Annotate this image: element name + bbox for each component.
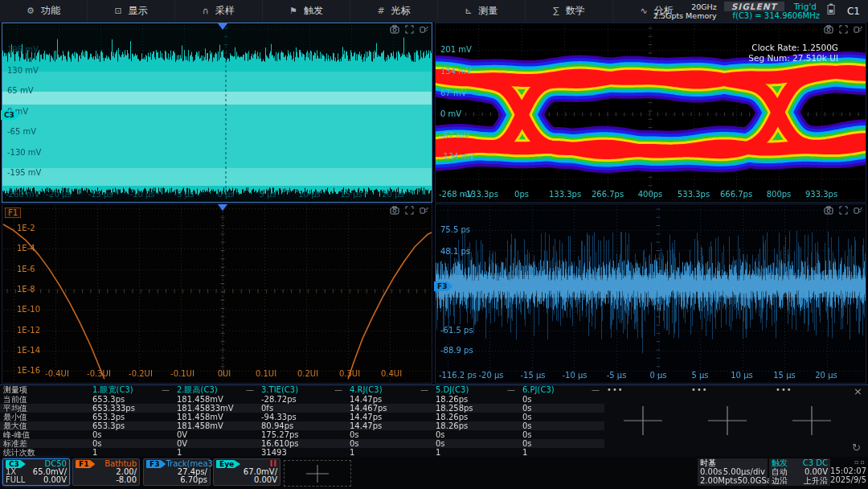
fullscreen-icon[interactable] [405, 25, 414, 34]
fullscreen-icon[interactable] [839, 206, 848, 215]
measure-value: 1 [92, 448, 97, 457]
timebase-label: 时基 [700, 458, 716, 467]
channel-box-c3[interactable]: C3DC501X65.0mV/FULL0.00V [2, 458, 70, 486]
measure-value: 653.3ps [92, 413, 125, 421]
collapse-measure-button[interactable]: — [334, 385, 342, 394]
menu-item-display[interactable]: ⊡显示 [88, 0, 175, 22]
measure-value: 0s [522, 430, 532, 439]
bathtub-curve-panel[interactable]: 1E-21E-41E-61E-81E-101E-121E-141E-16-0.4… [2, 203, 432, 384]
reset-statistics-button[interactable]: ↻ [852, 442, 861, 454]
analysis-icon: ∿ [640, 6, 647, 16]
measure-column-header[interactable]: 4.RJ(C3) [350, 385, 383, 394]
camera-icon[interactable] [824, 206, 833, 215]
menu-item-label: 功能 [41, 4, 60, 18]
measure-value: 0s [436, 430, 445, 439]
network-icon: ▫ [854, 458, 860, 466]
plot-canvas[interactable] [436, 204, 866, 383]
camera-icon[interactable] [390, 206, 399, 215]
timebase-box[interactable]: 时基 0.00s5.00μs/div 2.00Mpts50.0GSa/s [698, 458, 768, 486]
trigger-position-marker[interactable] [218, 23, 227, 30]
channel-badge: F3 [146, 460, 166, 468]
measure-icon: ⊾ [465, 6, 472, 16]
measure-value: 18.258ps [436, 404, 473, 413]
measure-value: 0s [350, 439, 359, 448]
collapse-measure-button[interactable]: — [507, 385, 515, 394]
measure-column-header[interactable]: 5.DJ(C3) [436, 385, 469, 394]
measure-value: 175.27ps [261, 430, 299, 439]
measure-value: 0s [522, 404, 532, 413]
measure-column-header[interactable]: 2.眼高(C3) [177, 385, 218, 394]
measure-value: 0fs [261, 404, 273, 413]
active-channel-indicator[interactable]: C1 [842, 6, 865, 17]
channel-badge: F1 [76, 460, 95, 468]
brand-trigger-block: SIGLENT Trig'd f(C3) = 314.9606MHz [724, 2, 820, 21]
function-f1-badge[interactable]: F1 [5, 208, 21, 218]
menu-item-cursor[interactable]: #光标 [350, 0, 438, 22]
collapse-measure-button[interactable]: — [420, 385, 428, 394]
measure-value: 0s [92, 430, 102, 439]
measure-value: 653.3ps [92, 395, 125, 404]
trigger-mode: 自动 [772, 467, 788, 476]
plot-canvas[interactable] [2, 204, 432, 383]
table-row-label: 标准差 [3, 439, 27, 448]
measure-column-header[interactable]: 6.PJ(C3) [522, 385, 555, 394]
measure-column-header[interactable]: 1.眼宽(C3) [92, 385, 133, 394]
camera-icon[interactable] [390, 25, 399, 34]
measure-value: 18.26ps [436, 421, 468, 430]
trigger-level: 0.00V [805, 467, 828, 476]
menu-item-math[interactable]: ∑数学 [526, 0, 613, 22]
annotation-icon[interactable] [854, 25, 862, 34]
collapse-measure-button[interactable]: — [592, 385, 600, 394]
measure-value: 14.47ps [350, 421, 382, 430]
table-row-label: 统计次数 [3, 448, 35, 457]
add-measure-button[interactable] [705, 403, 750, 440]
table-row-stripe [0, 439, 604, 448]
trigger-position-marker[interactable] [218, 204, 227, 211]
menu-item-acquire[interactable]: ∩采样 [175, 0, 263, 22]
frequency-counter: f(C3) = 314.9606MHz [732, 11, 820, 21]
channel-info-right: -8.00 [116, 476, 137, 484]
measure-value: 0s [522, 439, 532, 448]
menu-item-trigger[interactable]: ⚑触发 [263, 0, 350, 22]
trigger-type: 边沿 [772, 476, 788, 485]
channel-info-right: 0.00V [254, 476, 277, 484]
add-measure-button[interactable] [789, 403, 834, 440]
annotation-icon[interactable] [420, 25, 428, 34]
camera-icon[interactable] [824, 25, 833, 34]
waveform-panel[interactable]: 195 mV130 mV65 mV0 mV-65 mV-130 mV-195 m… [2, 23, 432, 203]
close-table-button[interactable]: × [854, 386, 862, 397]
trigger-box[interactable]: 触发C3 DC 自动0.00V 边沿上升沿 [769, 458, 830, 486]
channel-box-eye[interactable]: EyeII67.0mV/0.00V [213, 458, 280, 486]
clock-time: 15:02:07 [829, 466, 866, 475]
bandwidth-memory: 20GHz 2.5Gpts Memory [653, 2, 717, 20]
plot-canvas[interactable] [2, 23, 432, 202]
trigger-icon: ⚑ [289, 6, 297, 16]
channel-box-f3[interactable]: F3Track(mea3)27.4ps/6.70ps [143, 458, 211, 486]
add-channel-box[interactable] [284, 460, 351, 487]
table-corner-header: 测量项 [3, 385, 27, 394]
annotation-icon[interactable] [420, 206, 428, 215]
table-row-label: 当前值 [3, 395, 27, 404]
measure-value: 0s [522, 395, 532, 404]
measure-column-header[interactable]: 3.TIE(C3) [261, 385, 298, 394]
math-icon: ∑ [553, 6, 559, 16]
add-measure-button[interactable] [620, 403, 665, 440]
menu-item-label: 数学 [566, 4, 585, 18]
status-bar: C3DC501X65.0mV/FULL0.00VF1Bathtub2.00/-8… [0, 457, 868, 489]
menu-item-function[interactable]: ⚙功能 [0, 0, 88, 22]
measure-value: 14.47ps [350, 413, 382, 421]
channel-badge: Eye [216, 460, 240, 468]
collapse-measure-button[interactable]: — [162, 385, 170, 394]
menu-item-measure[interactable]: ⊾测量 [438, 0, 526, 22]
channel-info-left: FULL [6, 476, 25, 484]
jitter-track-panel[interactable]: 75.5 ps48.1 ps-61.5 ps-88.9 ps-116.2 ps-… [435, 203, 866, 384]
panel-toolbar [390, 206, 428, 215]
acquire-icon: ∩ [203, 6, 209, 16]
timebase-delay: 0.00s [700, 467, 722, 476]
fullscreen-icon[interactable] [839, 25, 848, 34]
annotation-icon[interactable] [854, 206, 862, 215]
channel-box-f1[interactable]: F1Bathtub2.00/-8.00 [72, 458, 140, 486]
eye-diagram-panel[interactable]: 201 mV134 mV67 mV0 mV-67 mV-134 mV-268 m… [435, 23, 866, 203]
collapse-measure-button[interactable]: — [246, 385, 254, 394]
fullscreen-icon[interactable] [405, 206, 414, 215]
